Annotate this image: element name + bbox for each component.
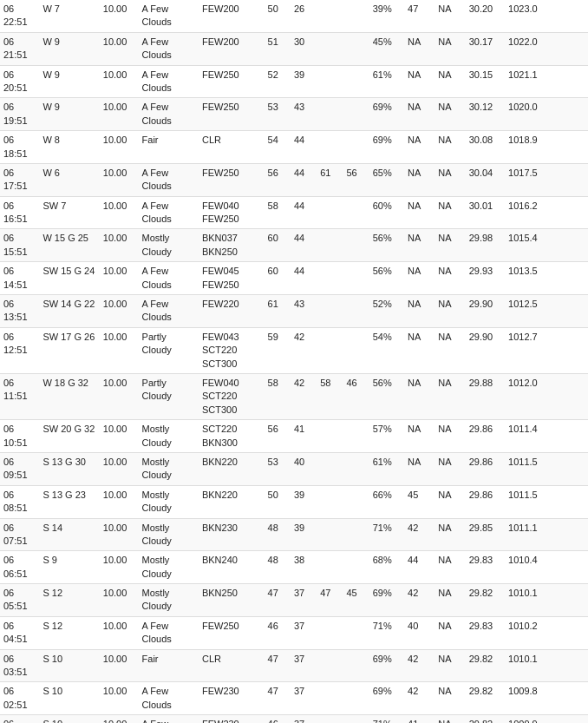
table-cell <box>571 65 588 98</box>
table-cell <box>571 196 588 229</box>
table-row: 0622:51W 710.00A Few CloudsFEW200502639%… <box>0 0 588 32</box>
table-cell: 45 <box>343 584 369 617</box>
table-cell: 58 <box>265 196 291 229</box>
table-cell: 60 <box>265 229 291 262</box>
table-row: 0608:51S 13 G 2310.00Mostly CloudyBKN220… <box>0 485 588 518</box>
table-cell: 10.00 <box>100 682 139 715</box>
table-cell: NA <box>434 584 465 617</box>
table-cell: 1012.7 <box>505 327 552 373</box>
table-cell: 71% <box>369 518 404 551</box>
table-cell <box>343 295 369 328</box>
table-cell <box>553 98 571 131</box>
table-cell <box>317 485 343 518</box>
table-cell: S 12 <box>39 616 99 649</box>
table-cell: Mostly Cloudy <box>139 584 199 617</box>
table-cell: Mostly Cloudy <box>139 452 199 485</box>
table-cell: S 10 <box>39 649 99 682</box>
table-cell: 1022.0 <box>505 32 552 65</box>
table-cell: 56 <box>343 163 369 196</box>
table-cell <box>553 131 571 164</box>
table-cell: A Few Clouds <box>139 295 199 328</box>
table-cell: NA <box>434 551 465 584</box>
table-cell: SW 15 G 24 <box>39 262 99 295</box>
table-cell: 44 <box>291 262 317 295</box>
table-cell: 0613:51 <box>0 295 39 328</box>
table-cell: 10.00 <box>100 373 139 419</box>
table-cell: FEW040 SCT220 SCT300 <box>199 373 265 419</box>
table-cell <box>571 682 588 715</box>
table-cell: 45 <box>404 485 434 518</box>
table-cell: 29.85 <box>466 518 505 551</box>
table-cell: 0611:51 <box>0 373 39 419</box>
table-cell <box>317 420 343 453</box>
table-cell: 10.00 <box>100 131 139 164</box>
table-cell: BKN220 <box>199 485 265 518</box>
table-cell: CLR <box>199 649 265 682</box>
table-cell: 29.82 <box>466 649 505 682</box>
table-cell: 44 <box>291 196 317 229</box>
table-cell: 26 <box>291 0 317 32</box>
table-cell: A Few Clouds <box>139 682 199 715</box>
table-cell: 52% <box>369 295 404 328</box>
table-cell <box>343 682 369 715</box>
table-cell <box>571 551 588 584</box>
table-cell: 56% <box>369 229 404 262</box>
table-cell <box>343 131 369 164</box>
table-cell: 56 <box>265 420 291 453</box>
table-cell: 43 <box>291 295 317 328</box>
table-cell: 0607:51 <box>0 518 39 551</box>
table-cell: 50 <box>265 0 291 32</box>
table-cell: 30.08 <box>466 131 505 164</box>
table-cell: 29.93 <box>466 262 505 295</box>
table-cell: CLR <box>199 131 265 164</box>
table-cell <box>553 0 571 32</box>
table-cell: FEW250 <box>199 163 265 196</box>
table-cell: 0620:51 <box>0 65 39 98</box>
table-cell: NA <box>434 682 465 715</box>
table-cell: 1010.1 <box>505 649 552 682</box>
table-cell <box>553 295 571 328</box>
table-cell: BKN220 <box>199 452 265 485</box>
table-cell: 0615:51 <box>0 229 39 262</box>
table-cell: 58 <box>317 373 343 419</box>
table-cell <box>343 262 369 295</box>
table-cell: 10.00 <box>100 420 139 453</box>
table-cell: NA <box>404 196 434 229</box>
table-cell: FEW200 <box>199 0 265 32</box>
table-cell: 10.00 <box>100 616 139 649</box>
table-cell <box>317 65 343 98</box>
table-cell: 47 <box>317 584 343 617</box>
table-cell: Mostly Cloudy <box>139 551 199 584</box>
table-cell: 69% <box>369 682 404 715</box>
table-cell <box>343 420 369 453</box>
table-cell: FEW230 <box>199 682 265 715</box>
table-cell: 10.00 <box>100 229 139 262</box>
table-cell: 47 <box>265 682 291 715</box>
table-cell: 42 <box>291 327 317 373</box>
table-cell: 41 <box>291 420 317 453</box>
table-cell: 1018.9 <box>505 131 552 164</box>
table-cell: NA <box>434 32 465 65</box>
table-cell: 44 <box>291 131 317 164</box>
table-cell: Mostly Cloudy <box>139 229 199 262</box>
table-cell <box>571 98 588 131</box>
table-cell: 0612:51 <box>0 327 39 373</box>
table-cell: S 12 <box>39 584 99 617</box>
table-cell: Fair <box>139 131 199 164</box>
table-cell: 30 <box>291 32 317 65</box>
table-cell <box>553 65 571 98</box>
table-cell: NA <box>404 65 434 98</box>
table-row: 0613:51SW 14 G 2210.00A Few CloudsFEW220… <box>0 295 588 328</box>
table-cell: 1011.4 <box>505 420 552 453</box>
table-cell: 1010.1 <box>505 584 552 617</box>
table-cell: 30.15 <box>466 65 505 98</box>
table-cell: BKN240 <box>199 551 265 584</box>
table-cell: 30.20 <box>466 0 505 32</box>
table-cell: NA <box>404 98 434 131</box>
table-cell: 61% <box>369 452 404 485</box>
table-row: 0603:51S 1010.00FairCLR473769%42NA29.821… <box>0 649 588 682</box>
table-row: 0620:51W 910.00A Few CloudsFEW250523961%… <box>0 65 588 98</box>
table-cell <box>317 715 343 723</box>
table-cell: A Few Clouds <box>139 98 199 131</box>
table-cell <box>571 518 588 551</box>
